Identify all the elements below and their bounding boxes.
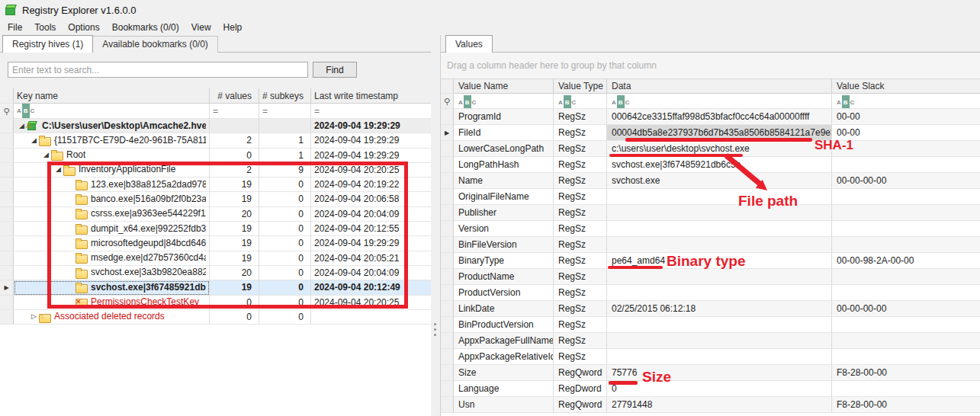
value-slack-cell [832, 141, 980, 157]
col-value-type[interactable]: Value Type [554, 79, 607, 94]
value-row[interactable]: BinProductVersion RegSz [441, 317, 980, 333]
value-slack-cell [832, 285, 980, 301]
value-row[interactable]: LongPathHash RegSz svchost.exe|3f6748592… [441, 157, 980, 173]
node-icon [76, 238, 88, 248]
menu-item[interactable]: Bookmarks (0/0) [106, 21, 185, 34]
panel-splitter[interactable] [431, 35, 440, 416]
value-data-cell: c:\users\user\desktop\svchost.exe [607, 141, 832, 157]
tree-row[interactable]: 123.exe|b38a8125a2dad978 19 0 2024-09-04… [0, 178, 431, 192]
values-header-row: Value Name Value Type Data Value Slack [441, 79, 980, 94]
registry-hives-panel: Registry hives (1) Available bookmarks (… [0, 35, 431, 416]
num-values-cell: 2 [210, 163, 259, 178]
node-icon [76, 194, 88, 204]
value-row[interactable]: BinFileVersion RegSz [441, 237, 980, 253]
tab-registry-hives[interactable]: Registry hives (1) [2, 35, 93, 53]
col-num-subkeys[interactable]: # subkeys [259, 88, 311, 104]
num-values-cell: 0 [210, 296, 259, 310]
col-num-values[interactable]: # values [210, 88, 259, 104]
filter-last-write[interactable]: = [311, 104, 431, 119]
row-indicator-icon: ▶ [4, 280, 8, 295]
value-type-cell: RegSz [554, 205, 607, 221]
value-row[interactable]: Usn RegQword 27791448 F8-28-00-00 [441, 397, 980, 413]
value-row[interactable]: AppxPackageRelativeId RegSz [441, 349, 980, 365]
expander-icon[interactable]: ◢ [53, 163, 63, 178]
tree-row[interactable]: PermissionsCheckTestKey 0 0 2024-09-04 2… [0, 296, 431, 310]
key-name-label: svchost.exe|3a3b9820ea882eb4 [91, 266, 206, 280]
filter-pin-icon[interactable]: ⚲ [444, 94, 450, 109]
num-values-cell: 19 [210, 222, 259, 236]
tree-row[interactable]: ▷ Associated deleted records 0 0 [0, 310, 431, 325]
value-type-cell: RegSz [554, 237, 607, 253]
value-slack-cell [832, 221, 980, 237]
filter-num-subkeys[interactable]: = [259, 104, 311, 119]
tree-row[interactable]: dumpit_x64.exe|992252fdb3743... 19 0 202… [0, 222, 431, 236]
tree-row[interactable]: microsoftedgeupd|84bcd64699b1... 19 0 20… [0, 236, 431, 251]
tab-values[interactable]: Values [445, 35, 493, 53]
node-icon [76, 209, 88, 219]
values-filter-row: ⚲ ABC ABC ABC ABC [441, 94, 980, 109]
expander-icon[interactable]: ◢ [41, 149, 51, 163]
value-row[interactable]: ProgramId RegSz 000642ce3315ffaf998d53bf… [441, 109, 980, 125]
col-last-write[interactable]: Last write timestamp [311, 88, 431, 104]
tree-row[interactable]: ◢ Root 0 1 2024-09-04 19:29:29 [0, 149, 431, 163]
key-name-label: C:\Users\user\Desktop\Amcache2.hve [42, 119, 206, 133]
value-data-cell: svchost.exe|3f67485921db6c5b [607, 157, 832, 173]
tab-available-bookmarks[interactable]: Available bookmarks (0/0) [92, 36, 218, 53]
find-button[interactable]: Find [313, 62, 357, 78]
col-key-name[interactable]: Key name [14, 88, 210, 104]
tree-row[interactable]: ▶ svchost.exe|3f67485921db... 19 0 2024-… [0, 280, 431, 295]
num-values-cell: 20 [210, 207, 259, 222]
tree-row[interactable]: ◢ InventoryApplicationFile 2 9 2024-09-0… [0, 163, 431, 178]
value-row[interactable]: Version RegSz [441, 221, 980, 237]
last-write-cell: 2024-09-04 20:19:22 [311, 178, 431, 192]
value-row[interactable]: AppxPackageFullName RegSz [441, 333, 980, 349]
value-name-cell: Language [454, 381, 554, 397]
value-row[interactable]: OriginalFileName RegSz [441, 189, 980, 205]
value-slack-cell: F8-28-00-00 [832, 397, 980, 413]
menu-item[interactable]: Tools [28, 21, 62, 34]
value-row[interactable]: ProductName RegSz [441, 269, 980, 285]
value-type-cell: RegSz [554, 253, 607, 269]
tree-row[interactable]: ◢ {11517B7C-E79D-4e20-961B-75A811715... … [0, 133, 431, 148]
filter-key-name[interactable]: ABC [14, 104, 210, 119]
value-type-cell: RegSz [554, 285, 607, 301]
filter-pin-icon[interactable]: ⚲ [3, 104, 9, 119]
menu-item[interactable]: File [2, 21, 28, 34]
value-row[interactable]: ProductVersion RegSz [441, 285, 980, 301]
value-row[interactable]: LinkDate RegSz 02/25/2015 06:12:18 00-00… [441, 301, 980, 317]
abc-filter-icon: ABC [458, 95, 476, 109]
value-row[interactable]: Publisher RegSz [441, 205, 980, 221]
value-data-cell [607, 221, 832, 237]
value-type-cell: RegSz [554, 157, 607, 173]
tree-row[interactable]: banco.exe|516a09bf2f0b23a2 19 0 2024-09-… [0, 192, 431, 206]
menu-item[interactable]: View [185, 21, 217, 34]
filter-num-values[interactable]: = [210, 104, 259, 119]
tree-row[interactable]: msedge.exe|d27b57360cd4a4cf 19 0 2024-09… [0, 251, 431, 266]
num-values-cell: 19 [210, 251, 259, 266]
value-type-cell: RegSz [554, 173, 607, 189]
tree-row[interactable]: csrss.exe|a9363ee544229f11 20 0 2024-09-… [0, 207, 431, 222]
value-row[interactable]: Size RegQword 75776 F8-28-00-00 [441, 365, 980, 381]
value-row[interactable]: BinaryType RegSz pe64_amd64 00-00-98-2A-… [441, 253, 980, 269]
value-row[interactable]: ▶ FileId RegSz 00004db5a8e237937b6d7b435… [441, 125, 980, 141]
search-input[interactable] [8, 62, 308, 78]
tree-rows: ◢ C:\Users\user\Desktop\Amcache2.hve 202… [0, 119, 431, 325]
value-row[interactable]: Language RegDword 0 [441, 381, 980, 397]
value-row[interactable]: Name RegSz svchost.exe 00-00-00-00 [441, 173, 980, 189]
last-write-cell: 2024-09-04 20:04:09 [311, 207, 431, 222]
value-type-cell: RegDword [554, 381, 607, 397]
tree-row[interactable]: svchost.exe|3a3b9820ea882eb4 20 0 2024-0… [0, 266, 431, 280]
menu-item[interactable]: Help [217, 21, 249, 34]
group-by-bar[interactable]: Drag a column header here to group by th… [441, 53, 980, 79]
col-value-name[interactable]: Value Name [454, 79, 554, 94]
menu-item[interactable]: Options [62, 21, 105, 34]
value-type-cell: RegSz [554, 189, 607, 205]
values-panel: Values Drag a column header here to grou… [440, 35, 980, 416]
value-data-cell: 02/25/2015 06:12:18 [607, 301, 832, 317]
tree-row[interactable]: ◢ C:\Users\user\Desktop\Amcache2.hve 202… [0, 119, 431, 133]
last-write-cell: 2024-09-04 19:29:29 [311, 149, 431, 163]
expander-icon[interactable]: ◢ [29, 133, 39, 148]
col-data[interactable]: Data [607, 79, 832, 94]
col-value-slack[interactable]: Value Slack [832, 79, 980, 94]
value-row[interactable]: LowerCaseLongPath RegSz c:\users\user\de… [441, 141, 980, 157]
